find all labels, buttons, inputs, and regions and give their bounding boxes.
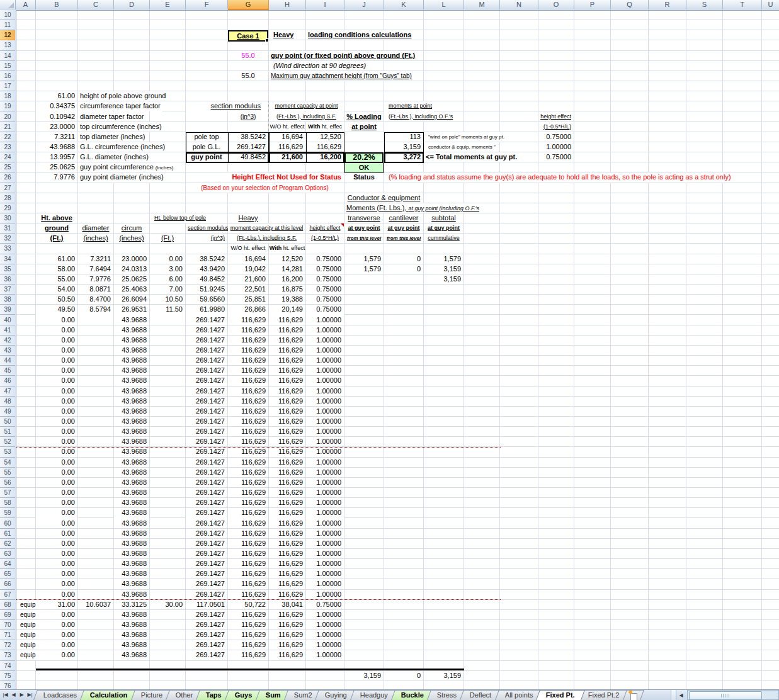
cell-I60[interactable]: 1.00000 [306,519,344,528]
cell-I12[interactable]: loading conditions calculations [306,30,413,40]
cell-I49[interactable]: 1.00000 [306,407,344,416]
cell-F22[interactable]: pole top [186,132,227,142]
cell-H14[interactable]: guy point (or fixed point) above ground … [269,51,417,60]
row-header-64[interactable]: 64 [0,559,15,569]
cell-F56[interactable]: 269.1427 [186,478,227,487]
cell-G41[interactable]: 116,629 [228,325,268,335]
cell-F38[interactable]: 59.6560 [186,295,227,304]
cell-F45[interactable]: 269.1427 [186,366,227,375]
cell-H64[interactable]: 116,629 [269,559,305,568]
cell-H59[interactable]: 116,629 [269,508,305,517]
column-header-F[interactable]: F [186,0,228,9]
cell-O23[interactable]: 1.00000 [538,142,574,152]
row-header-35[interactable]: 35 [0,264,15,274]
tab-nav-last-button[interactable]: ▶| [26,690,33,700]
row-header-19[interactable]: 19 [0,101,15,111]
cell-B71[interactable]: 0.00 [36,630,77,640]
cell-D32[interactable]: (inches) [114,234,149,243]
cell-C39[interactable]: 8.5794 [78,305,113,314]
cell-I52[interactable]: 1.00000 [306,437,344,446]
cell-G30[interactable]: Heavy [228,213,268,223]
cell-H52[interactable]: 116,629 [269,437,305,446]
row-header-69[interactable]: 69 [0,610,15,620]
cell-D57[interactable]: 43.9688 [114,488,149,497]
cell-B55[interactable]: 0.00 [36,468,77,477]
column-header-N[interactable]: N [500,0,538,9]
cell-G73[interactable]: 116,629 [228,650,268,660]
column-header-B[interactable]: B [36,0,78,9]
cell-L75[interactable]: 3,159 [424,671,463,680]
cell-G48[interactable]: 116,629 [228,397,268,406]
cell-B57[interactable]: 0.00 [36,488,77,497]
cell-F69[interactable]: 269.1427 [186,610,227,619]
row-header-47[interactable]: 47 [0,387,15,397]
row-header-27[interactable]: 27 [0,183,15,193]
cell-H51[interactable]: 116,629 [269,427,305,436]
cell-F47[interactable]: 269.1427 [186,387,227,396]
cell-H62[interactable]: 116,629 [269,539,305,548]
tab-nav-prev-button[interactable]: ◀ [10,690,17,700]
cell-B19[interactable]: 0.34375 [36,101,77,111]
cell-B63[interactable]: 0.00 [36,549,77,558]
cell-E38[interactable]: 10.50 [150,295,185,304]
cell-B18[interactable]: 61.00 [36,91,77,101]
column-header-H[interactable]: H [269,0,306,9]
row-header-54[interactable]: 54 [0,458,15,468]
cell-B20[interactable]: 0.10942 [36,112,77,121]
row-header-34[interactable]: 34 [0,254,15,264]
cell-D31[interactable]: circum [114,223,149,233]
select-all-button[interactable] [0,0,16,9]
tab-calculation[interactable]: Calculation [80,690,137,700]
cell-B35[interactable]: 58.00 [36,264,77,274]
row-header-60[interactable]: 60 [0,519,15,529]
row-header-32[interactable]: 32 [0,234,15,244]
row-header-16[interactable]: 16 [0,71,15,81]
cell-J28[interactable]: Conductor & equipment [344,193,423,203]
cell-H22[interactable]: 16,694 [269,132,305,142]
cell-E34[interactable]: 0.00 [150,254,185,264]
cell-H49[interactable]: 116,629 [269,407,305,416]
cell-G46[interactable]: 116,629 [228,376,268,385]
cell-I65[interactable]: 1.00000 [306,569,344,579]
tab-fixed-pt-2[interactable]: Fixed Pt.2 [578,690,629,700]
cell-K19[interactable]: moments at point [384,101,434,111]
cell-G44[interactable]: 116,629 [228,356,268,365]
row-header-73[interactable]: 73 [0,650,15,660]
cell-J25[interactable]: OK [344,162,384,173]
cell-G24[interactable]: 49.8452 [228,152,268,162]
row-header-45[interactable]: 45 [0,366,15,376]
cell-D70[interactable]: 43.9688 [114,620,149,629]
column-header-I[interactable]: I [306,0,344,9]
row-header-18[interactable]: 18 [0,91,15,101]
row-header-23[interactable]: 23 [0,142,15,152]
column-header-S[interactable]: S [686,0,723,9]
row-header-46[interactable]: 46 [0,376,15,386]
row-header-25[interactable]: 25 [0,162,15,172]
cell-J24[interactable]: 20.2% [344,152,384,163]
cell-H63[interactable]: 116,629 [269,549,305,558]
cell-L35[interactable]: 3,159 [424,264,463,274]
row-header-63[interactable]: 63 [0,549,15,559]
cell-F32[interactable]: (in^3) [186,234,227,243]
cell-I38[interactable]: 0.75000 [306,295,344,304]
cell-G42[interactable]: 116,629 [228,336,268,345]
row-header-51[interactable]: 51 [0,427,15,437]
cell-L23[interactable]: conductor & equip. moments " [424,142,498,152]
cell-B47[interactable]: 0.00 [36,387,77,396]
cell-I45[interactable]: 1.00000 [306,366,344,375]
cell-D46[interactable]: 43.9688 [114,376,149,385]
cell-F37[interactable]: 51.9245 [186,285,227,294]
column-header-M[interactable]: M [464,0,500,9]
row-header-71[interactable]: 71 [0,630,15,640]
cell-D53[interactable]: 43.9688 [114,447,149,456]
column-header-C[interactable]: C [78,0,114,9]
cell-H55[interactable]: 116,629 [269,468,305,477]
cell-G58[interactable]: 116,629 [228,498,268,507]
cell-G69[interactable]: 116,629 [228,610,268,619]
cell-H53[interactable]: 116,629 [269,447,305,456]
row-header-33[interactable]: 33 [0,244,15,254]
cell-I58[interactable]: 1.00000 [306,498,344,507]
cell-G68[interactable]: 50,722 [228,600,268,609]
cell-G40[interactable]: 116,629 [228,315,268,325]
cell-I35[interactable]: 0.75000 [306,264,344,274]
